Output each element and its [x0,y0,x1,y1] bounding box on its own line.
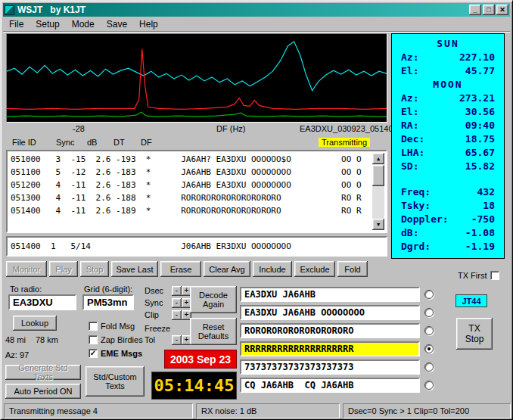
graph-tick-label: -28 [73,124,85,133]
tx-message-4-radio[interactable] [424,344,434,353]
window-title: WSJT by K1JT [17,5,468,15]
astro-label: LHA: [401,146,424,160]
tx-message-1[interactable]: EA3DXU JA6AHB [240,287,420,302]
header-db: dB [87,138,97,147]
tx-stop-button[interactable]: TX Stop [456,318,493,350]
scrollbar-thumb[interactable] [372,165,384,186]
dsec-minus-button[interactable]: - [172,286,182,296]
app-icon [5,5,14,15]
astro-value: -750 [471,213,495,226]
sync-minus-button[interactable]: - [172,298,182,308]
sync-stepper: Sync - + [145,297,191,308]
decode-row: 051000 3 -15 2.6 -193 * JA6AH? EA3DXU OO… [11,153,371,166]
scroll-up-icon[interactable]: ▲ [372,153,384,164]
astro-value: 227.10 [459,51,495,64]
tx-message-5-radio[interactable] [424,362,434,372]
generate-std-texts-button[interactable]: Generate Std Texts [5,365,81,380]
dsec-stepper: Dsec - + [145,285,191,296]
status-settings: Dsec=0 Sync > 1 Clip=0 Tol=200 [343,403,511,418]
reset-defaults-button[interactable]: Reset Defaults [190,318,237,345]
eme-msgs-checkbox-row[interactable]: ✓ EME Msgs [89,348,142,358]
astro-value: 15.82 [465,160,495,173]
header-df: DF [141,138,152,147]
erase-button[interactable]: Erase [160,261,201,277]
average-decode-area[interactable]: 051400 1 5/14 J06AHB ER3DXU OOOOOOOO [6,236,387,257]
tx-first-checkbox[interactable] [490,271,499,280]
radio-selected-dot [428,347,431,350]
tx-message-6-radio[interactable] [424,381,434,390]
play-button[interactable]: Play [49,261,78,277]
astro-label: Doppler: [401,213,449,226]
to-radio-input[interactable]: EA3DXU [8,294,76,310]
eme-msgs-checkbox[interactable]: ✓ [89,349,98,358]
spectrum-trace-cyan [7,42,387,91]
decode-scrollbar[interactable]: ▲ ▼ [372,153,384,230]
maximize-button[interactable]: □ [483,5,495,15]
astro-value: -1.19 [465,240,495,254]
clip-stepper: Clip - + [145,310,191,320]
fold-msg-checkbox-row[interactable]: Fold Msg [89,321,135,331]
sun-el-row: El: 45.77 [392,64,504,78]
dgrd-row: Dgrd: -1.19 [392,240,504,254]
astro-value: 432 [477,185,495,199]
menu-mode[interactable]: Mode [66,17,101,31]
menu-file[interactable]: File [3,17,30,31]
wsjt-window: WSJT by K1JT _ □ ✕ File Setup Mode Save … [0,0,513,420]
tx-message-1-radio[interactable] [424,290,434,299]
dsec-label: Dsec [145,286,172,295]
astro-label: SD: [401,160,418,173]
minimize-button[interactable]: _ [469,5,481,15]
stop-button[interactable]: Stop [80,261,109,277]
zap-birdies-label: Zap Birdies [101,335,143,344]
header-file-id: File ID [12,138,36,147]
zap-birdies-checkbox[interactable] [89,335,98,344]
doppler-row: Doppler: -750 [392,213,504,226]
exclude-button[interactable]: Exclude [294,261,335,277]
std-custom-texts-button[interactable]: Std/Custom Texts [86,366,145,397]
spectrum-trace-red [7,49,387,110]
scroll-down-icon[interactable]: ▼ [372,219,384,230]
tx-message-3-radio[interactable] [424,326,434,335]
decode-text-area[interactable]: 051000 3 -15 2.6 -193 * JA6AH? EA3DXU OO… [6,150,387,233]
lookup-button[interactable]: Lookup [13,316,57,331]
tol-minus-button[interactable]: - [172,335,182,345]
grid-input[interactable]: PM53mn [82,294,134,310]
tx-message-6[interactable]: CQ JA6AHB CQ JA6AHB [240,378,420,393]
decode-again-button[interactable]: Decode Again [190,286,237,313]
auto-period-button[interactable]: Auto Period ON [5,384,81,399]
spectrum-trace-green [7,112,387,117]
tx-message-2-radio[interactable] [424,308,434,317]
astro-value: 273.21 [459,92,495,105]
status-rx-noise: RX noise: 1 dB [196,403,340,418]
tx-first-label: TX First [458,271,487,280]
include-button[interactable]: Include [253,261,292,277]
monitor-button[interactable]: Monitor [6,261,47,277]
astro-label: dB: [401,226,418,240]
menu-setup[interactable]: Setup [30,17,65,31]
menu-save[interactable]: Save [101,17,133,31]
decode-row: 051400 4 -11 2.6 -189 * RORORORORORORORO… [11,204,371,217]
close-button[interactable]: ✕ [496,5,508,15]
toolbar: Monitor Play Stop Save Last Erase Clear … [6,261,368,277]
sun-az-row: Az: 227.10 [392,51,504,64]
moon-az-row: Az: 273.21 [392,92,504,105]
tx-message-3[interactable]: RORORORORORORORORORO [240,323,420,338]
astro-value: 65.67 [465,146,495,160]
clear-avg-button[interactable]: Clear Avg [204,261,250,277]
fold-button[interactable]: Fold [337,261,368,277]
astro-label: Az: [401,92,418,105]
fold-msg-label: Fold Msg [101,322,135,331]
moon-el-row: El: 30.56 [392,105,504,119]
header-dt: DT [113,138,125,147]
zap-birdies-checkbox-row[interactable]: Zap Birdies [89,334,143,344]
tx-message-5[interactable]: 73737373737373737373 [240,359,420,375]
tx-message-4[interactable]: RRRRRRRRRRRRRRRRRRRR [240,341,420,356]
tx-first-checkbox-row[interactable]: TX First [458,270,499,280]
fold-msg-checkbox[interactable] [89,322,98,331]
tx-message-2[interactable]: EA3DXU JA6AHB OOOOOOOO [240,305,420,320]
grid-label: Grid (6-digit): [84,285,132,294]
clip-minus-button[interactable]: - [172,310,182,320]
astro-value: 18.75 [465,132,495,146]
menu-help[interactable]: Help [133,17,164,31]
save-last-button[interactable]: Save Last [111,261,158,277]
